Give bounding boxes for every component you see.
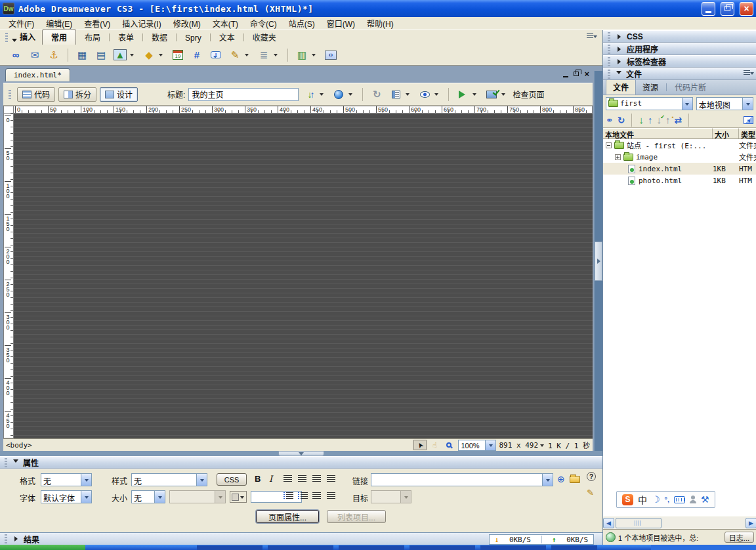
code-view-button[interactable]: 代码: [17, 87, 55, 102]
view-options-dropdown-icon[interactable]: [406, 93, 410, 98]
check-in-icon[interactable]: ↑▪: [665, 114, 671, 125]
help-icon[interactable]: ?: [587, 472, 596, 481]
panel-grip[interactable]: [608, 57, 610, 66]
horizontal-splitter[interactable]: [0, 451, 602, 456]
application-panel-header[interactable]: 应用程序: [603, 43, 756, 55]
document-tab[interactable]: index.html*: [5, 68, 70, 81]
templates-dropdown-icon[interactable]: [312, 54, 316, 58]
refresh-icon[interactable]: ↻: [618, 116, 625, 125]
tree-row-index-html[interactable]: index.html 1KB HTM: [603, 163, 756, 175]
put-files-icon[interactable]: ↑: [648, 114, 653, 125]
date-icon[interactable]: 19: [170, 47, 186, 63]
format-select[interactable]: 无: [41, 473, 92, 486]
point-to-file-icon[interactable]: ⊕: [557, 475, 565, 484]
tag-chooser-icon[interactable]: ‹›: [323, 47, 339, 63]
menu-insert[interactable]: 插入记录(I): [116, 16, 167, 30]
insert-tab-favorites[interactable]: 收藏夹: [244, 30, 285, 45]
column-size[interactable]: 大小: [713, 128, 739, 138]
insert-tab-data[interactable]: 数据: [143, 30, 176, 45]
sogou-logo-icon[interactable]: S: [622, 494, 633, 505]
close-button[interactable]: ×: [740, 2, 753, 16]
menu-commands[interactable]: 命令(C): [244, 16, 283, 30]
menu-site[interactable]: 站点(S): [283, 16, 321, 30]
insert-tab-layout[interactable]: 布局: [76, 30, 109, 45]
italic-button[interactable]: I: [269, 474, 272, 484]
vertical-splitter[interactable]: [594, 71, 602, 451]
collapse-expander[interactable]: [606, 142, 612, 148]
media-dropdown-icon[interactable]: [159, 54, 163, 58]
toolbar-grip[interactable]: [9, 90, 11, 99]
outdent-icon[interactable]: [312, 492, 321, 499]
hyperlink-icon[interactable]: ∞: [8, 47, 24, 63]
view-mode-select[interactable]: 本地视图: [696, 97, 753, 110]
indent-icon[interactable]: [327, 492, 335, 499]
tree-row-site[interactable]: 站点 - first (E:... 文件夹: [603, 139, 756, 151]
log-button[interactable]: 日志...: [724, 532, 754, 543]
panel-grip[interactable]: [5, 458, 7, 467]
images-icon[interactable]: ▲: [112, 47, 128, 63]
check-page-dropdown-icon[interactable]: [501, 93, 505, 98]
named-anchor-icon[interactable]: ⚓: [46, 47, 62, 63]
align-justify-icon[interactable]: [327, 475, 335, 482]
keyboard-icon[interactable]: [674, 496, 685, 503]
panel-menu-icon[interactable]: [587, 33, 597, 41]
column-local-files[interactable]: 本地文件: [603, 128, 713, 138]
menu-file[interactable]: 文件(F): [3, 16, 40, 30]
site-select[interactable]: first: [606, 97, 693, 110]
menu-help[interactable]: 帮助(H): [361, 16, 400, 30]
expand-expander[interactable]: [615, 154, 621, 160]
check-page-icon[interactable]: [484, 87, 499, 102]
script-icon[interactable]: ≣: [256, 47, 272, 63]
taskbar-buttons[interactable]: [197, 545, 597, 550]
script-dropdown-icon[interactable]: [274, 54, 278, 58]
zoom-level-select[interactable]: 100%: [458, 440, 496, 451]
size-select[interactable]: 无: [131, 490, 165, 503]
menu-view[interactable]: 查看(V): [78, 16, 116, 30]
email-link-icon[interactable]: ✉: [27, 47, 43, 63]
insert-tab-text[interactable]: 文本: [211, 30, 243, 45]
preview-globe-dropdown-icon[interactable]: [348, 93, 352, 98]
tree-row-image-folder[interactable]: image 文件夹: [603, 151, 756, 163]
windows-taskbar[interactable]: [0, 545, 756, 550]
ime-mode-indicator[interactable]: 中: [638, 493, 647, 506]
zoom-tool-icon[interactable]: [442, 440, 455, 450]
css-button[interactable]: CSS: [217, 473, 247, 486]
panel-collapse-handle[interactable]: [278, 451, 324, 456]
get-files-icon[interactable]: ↓: [639, 114, 644, 125]
connect-icon[interactable]: ⚭: [606, 116, 614, 125]
files-panel-header[interactable]: 文件: [603, 68, 756, 80]
menu-edit[interactable]: 编辑(E): [40, 16, 78, 30]
scroll-left-icon[interactable]: ◀: [603, 518, 614, 528]
media-icon[interactable]: ◆: [141, 47, 157, 63]
page-title-input[interactable]: [188, 88, 299, 101]
moon-icon[interactable]: ☽: [652, 495, 660, 504]
ordered-list-icon[interactable]: [298, 492, 308, 499]
punctuation-icon[interactable]: °,: [665, 496, 669, 503]
insert-tab-common[interactable]: 常用: [42, 29, 76, 45]
panel-grip[interactable]: [608, 45, 610, 54]
insert-collapse-icon[interactable]: [12, 39, 17, 45]
link-combo[interactable]: [371, 473, 553, 486]
visual-aids-dropdown-icon[interactable]: [434, 93, 438, 98]
menu-window[interactable]: 窗口(W): [321, 16, 361, 30]
design-view-canvas[interactable]: [14, 114, 593, 438]
align-right-icon[interactable]: [312, 475, 321, 482]
panel-grip[interactable]: [5, 534, 7, 543]
images-dropdown-icon[interactable]: [130, 54, 134, 58]
tab-files[interactable]: 文件: [606, 79, 636, 95]
panel-menu-icon[interactable]: [744, 70, 754, 77]
font-select[interactable]: 默认字体: [41, 490, 92, 503]
tab-assets[interactable]: 资源: [636, 79, 665, 95]
insert-tab-spry[interactable]: Spry: [177, 32, 210, 45]
results-panel-header[interactable]: 结果 ↓ 0KB/S ↑ 0KB/S: [0, 532, 602, 545]
person-icon[interactable]: [690, 496, 696, 503]
refresh-icon[interactable]: ↻: [369, 87, 385, 102]
comment-icon[interactable]: !: [208, 47, 224, 63]
minimize-button[interactable]: [702, 2, 715, 16]
color-value-input[interactable]: [251, 491, 302, 503]
doc-close-icon[interactable]: ×: [584, 70, 589, 78]
panel-grip[interactable]: [608, 32, 610, 41]
window-size-dropdown-icon[interactable]: [540, 444, 544, 449]
tag-selector[interactable]: <body>: [6, 441, 32, 450]
align-center-icon[interactable]: [298, 475, 306, 482]
